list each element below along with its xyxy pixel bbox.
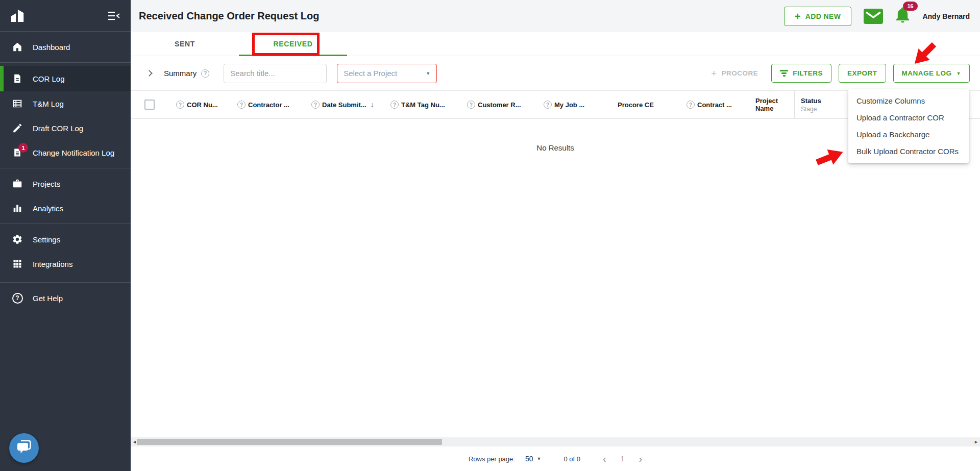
column-header-my-job[interactable]: ? My Job ... xyxy=(536,91,610,118)
chevron-down-icon: ▼ xyxy=(957,71,961,76)
tab-sent[interactable]: SENT xyxy=(131,32,239,56)
home-icon xyxy=(11,41,23,53)
top-bar-actions: + ADD NEW 16 Andy Bernard xyxy=(784,7,970,26)
sidebar-item-label: Get Help xyxy=(33,294,63,303)
sidebar-item-label: Projects xyxy=(33,180,60,188)
tab-received[interactable]: RECEIVED xyxy=(239,32,347,56)
column-header-project-name[interactable]: Project Name xyxy=(748,91,794,118)
toolbar-actions: + PROCORE FILTERS EXPORT MANAGE LOG ▼ xyxy=(711,64,970,83)
sidebar-item-projects[interactable]: Projects xyxy=(0,171,131,196)
sidebar-item-label: Integrations xyxy=(33,260,72,268)
sidebar-item-cor-log[interactable]: COR Log xyxy=(0,66,131,91)
sidebar-divider xyxy=(0,224,131,224)
chevron-down-icon: ▼ xyxy=(537,456,542,461)
column-help-icon: ? xyxy=(390,101,399,109)
sidebar-item-analytics[interactable]: Analytics xyxy=(0,196,131,220)
plus-icon: + xyxy=(795,11,801,21)
procore-sync-button[interactable]: + PROCORE xyxy=(711,68,758,78)
scrollbar-thumb[interactable] xyxy=(137,439,442,445)
help-circle-icon: ? xyxy=(11,293,23,304)
pencil-icon xyxy=(11,122,23,134)
expand-summary-chevron-icon[interactable] xyxy=(146,70,153,77)
column-header-contractor[interactable]: ? Contractor ... xyxy=(230,91,304,118)
scroll-right-icon[interactable]: ► xyxy=(974,440,978,444)
menu-item-upload-contractor-cor[interactable]: Upload a Contractor COR xyxy=(848,109,969,126)
summary-label: Summary xyxy=(164,69,197,78)
sidebar-item-label: Settings xyxy=(33,235,60,244)
sidebar-collapse-icon[interactable] xyxy=(107,10,120,21)
column-header-contract[interactable]: ? Contract ... xyxy=(679,91,748,118)
main-content: Received Change Order Request Log + ADD … xyxy=(131,0,980,471)
page-title: Received Change Order Request Log xyxy=(139,10,319,22)
sidebar-item-get-help[interactable]: ? Get Help xyxy=(0,286,131,310)
sidebar-item-label: Draft COR Log xyxy=(33,124,83,133)
export-button[interactable]: EXPORT xyxy=(839,64,886,83)
sidebar-item-tm-log[interactable]: T&M Log xyxy=(0,91,131,116)
mail-icon[interactable] xyxy=(864,9,883,24)
column-help-icon: ? xyxy=(687,101,695,109)
sidebar-item-change-notification-log[interactable]: 1 Change Notification Log xyxy=(0,140,131,165)
document-icon xyxy=(11,73,23,84)
menu-item-customize-columns[interactable]: Customize Columns xyxy=(848,92,969,109)
rows-per-page: Rows per page: 50 ▼ xyxy=(469,455,542,463)
rows-per-page-select[interactable]: 50 ▼ xyxy=(525,455,542,463)
user-name[interactable]: Andy Bernard xyxy=(922,12,970,20)
sidebar-item-integrations[interactable]: Integrations xyxy=(0,252,131,276)
column-header-tm-tag-number[interactable]: ? T&M Tag Nu... xyxy=(383,91,460,118)
sidebar-item-label: T&M Log xyxy=(33,100,64,108)
previous-page-button[interactable]: ‹ xyxy=(603,454,606,464)
sort-descending-icon[interactable]: ↓ xyxy=(371,101,374,109)
bar-chart-icon xyxy=(11,203,23,214)
table-body: No Results xyxy=(131,119,980,437)
app-window: Dashboard COR Log T&M Log Draft COR Log xyxy=(0,0,980,471)
filters-button[interactable]: FILTERS xyxy=(771,64,831,83)
manage-log-button[interactable]: MANAGE LOG ▼ xyxy=(893,64,970,83)
grid-icon xyxy=(11,259,23,269)
row-range-text: 0 of 0 xyxy=(564,455,580,463)
column-help-icon: ? xyxy=(311,101,320,109)
plus-icon: + xyxy=(711,68,717,78)
column-header-customer-reference[interactable]: ? Customer R... xyxy=(460,91,536,118)
select-all-cell xyxy=(131,91,169,118)
sidebar-item-label: COR Log xyxy=(33,75,65,83)
project-select-dropdown[interactable]: Select a Project ▼ xyxy=(337,64,437,83)
sidebar: Dashboard COR Log T&M Log Draft COR Log xyxy=(0,0,131,471)
pagination-bar: Rows per page: 50 ▼ 0 of 0 ‹ 1 › xyxy=(131,447,980,471)
active-tab-indicator xyxy=(239,55,347,56)
chevron-down-icon: ▼ xyxy=(426,71,430,76)
next-page-button[interactable]: › xyxy=(639,454,642,464)
app-logo-icon xyxy=(9,6,26,26)
menu-item-upload-backcharge[interactable]: Upload a Backcharge xyxy=(848,126,969,143)
summary-help-icon[interactable]: ? xyxy=(201,69,209,78)
notification-count-badge: 16 xyxy=(903,2,917,11)
sidebar-item-dashboard[interactable]: Dashboard xyxy=(0,35,131,59)
tab-bar: SENT RECEIVED xyxy=(131,32,980,56)
notifications-bell-icon[interactable]: 16 xyxy=(895,7,910,26)
gear-icon xyxy=(11,234,23,245)
scroll-left-icon[interactable]: ◄ xyxy=(132,440,137,444)
column-header-procore-ce[interactable]: Procore CE xyxy=(610,91,679,118)
search-title-input[interactable] xyxy=(224,64,327,83)
sidebar-item-label: Analytics xyxy=(33,204,63,213)
sidebar-item-draft-cor-log[interactable]: Draft COR Log xyxy=(0,116,131,140)
menu-item-bulk-upload-contractor-cors[interactable]: Bulk Upload Contractor CORs xyxy=(848,143,969,160)
chat-bubbles-icon xyxy=(16,440,32,457)
column-help-icon: ? xyxy=(237,101,246,109)
sidebar-item-label: Change Notification Log xyxy=(33,148,114,157)
pager: ‹ 1 › xyxy=(603,454,642,464)
column-help-icon: ? xyxy=(544,101,552,109)
sidebar-divider xyxy=(0,168,131,168)
notification-document-icon: 1 xyxy=(11,147,23,158)
manage-log-dropdown-menu: Customize Columns Upload a Contractor CO… xyxy=(848,89,969,163)
column-header-date-submitted[interactable]: ? Date Submit... ↓ xyxy=(304,91,383,118)
select-all-checkbox[interactable] xyxy=(144,100,155,110)
add-new-button[interactable]: + ADD NEW xyxy=(784,7,852,26)
sidebar-item-settings[interactable]: Settings xyxy=(0,227,131,252)
current-page-number: 1 xyxy=(621,455,625,463)
column-help-icon: ? xyxy=(467,101,475,109)
column-header-cor-number[interactable]: ? COR Nu... xyxy=(169,91,230,118)
briefcase-icon xyxy=(11,178,23,189)
horizontal-scrollbar[interactable]: ◄ ► xyxy=(131,437,980,447)
chat-launcher-button[interactable] xyxy=(9,433,39,463)
list-table-icon xyxy=(11,98,23,109)
